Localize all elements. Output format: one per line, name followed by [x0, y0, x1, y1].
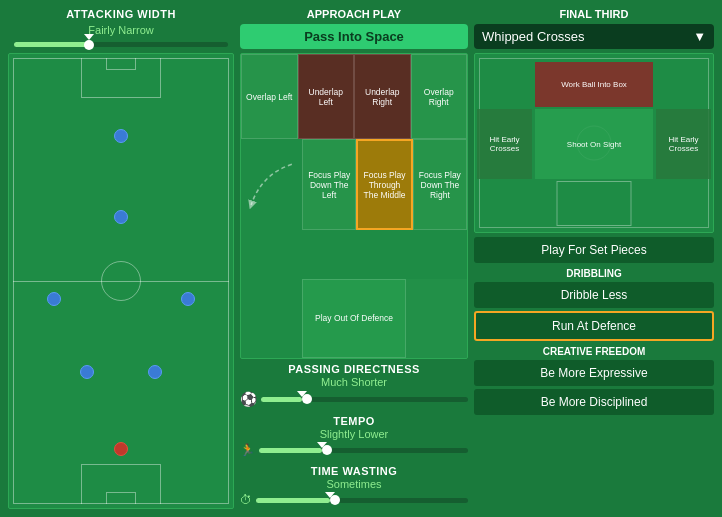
- time-wasting-value: Sometimes: [240, 478, 468, 490]
- time-wasting-slider-marker: [325, 492, 335, 498]
- final-third-pitch: Work Ball Into Box Hit Early Crosses Sho…: [474, 53, 714, 233]
- time-wasting-slider-fill: [256, 498, 330, 503]
- pitch-center-circle: [101, 261, 141, 301]
- right-buttons: Play For Set Pieces DRIBBLING Dribble Le…: [474, 237, 714, 415]
- middle-panel: APPROACH PLAY Pass Into Space Overlap Le…: [240, 8, 468, 509]
- dribbling-label: DRIBBLING: [474, 268, 714, 279]
- passing-slider-marker: [297, 391, 307, 397]
- pitch-goal-top: [106, 58, 136, 70]
- attacking-width-header: ATTACKING WIDTH: [8, 8, 234, 20]
- hit-early-right-cell[interactable]: Hit Early Crosses: [656, 109, 711, 179]
- slider-thumb[interactable]: [84, 40, 94, 50]
- dashed-arrow: [241, 139, 302, 230]
- slider-fill: [14, 42, 89, 47]
- final-third-header: FINAL THIRD: [474, 8, 714, 20]
- time-wasting-slider-track[interactable]: [256, 498, 468, 503]
- hit-early-left-cell[interactable]: Hit Early Crosses: [477, 109, 532, 179]
- be-more-expressive-button[interactable]: Be More Expressive: [474, 360, 714, 386]
- attacking-width-value: Fairly Narrow: [8, 24, 234, 36]
- time-wasting-slider-row: ⏱: [240, 493, 468, 507]
- main-container: ATTACKING WIDTH Fairly Narrow: [0, 0, 722, 517]
- time-wasting-header: TIME WASTING: [240, 465, 468, 477]
- work-ball-cell[interactable]: Work Ball Into Box: [535, 62, 653, 107]
- focus-play-middle-cell[interactable]: Focus Play Through The Middle: [356, 139, 412, 230]
- run-at-defence-button[interactable]: Run At Defence: [474, 311, 714, 341]
- approach-play-header: APPROACH PLAY: [240, 8, 468, 20]
- tempo-slider-track[interactable]: [259, 448, 468, 453]
- passing-slider-fill: [261, 397, 302, 402]
- chevron-down-icon: ▼: [693, 29, 706, 44]
- dropdown-value: Whipped Crosses: [482, 29, 585, 44]
- tempo-slider-fill: [259, 448, 322, 453]
- creative-freedom-label: CREATIVE FREEDOM: [474, 346, 714, 357]
- tempo-slider-marker: [317, 442, 327, 448]
- clock-icon: ⏱: [240, 493, 252, 507]
- player-1: [114, 129, 128, 143]
- pitch-goal-bottom: [106, 492, 136, 504]
- formation-pitch: [8, 53, 234, 509]
- underlap-right-cell[interactable]: Underlap Right: [354, 54, 411, 139]
- tempo-icon: 🏃: [240, 443, 255, 457]
- sliders-section: PASSING DIRECTNESS Much Shorter ⚽ TEMPO …: [240, 363, 468, 509]
- player-6: [148, 365, 162, 379]
- right-panel: FINAL THIRD Whipped Crosses ▼ Work Ball …: [474, 8, 714, 509]
- final-third-dropdown[interactable]: Whipped Crosses ▼: [474, 24, 714, 49]
- player-5: [80, 365, 94, 379]
- play-for-set-pieces-button[interactable]: Play For Set Pieces: [474, 237, 714, 263]
- player-3: [47, 292, 61, 306]
- shoot-on-sight-cell[interactable]: Shoot On Sight: [535, 109, 653, 179]
- passing-directness-header: PASSING DIRECTNESS: [240, 363, 468, 375]
- be-more-disciplined-button[interactable]: Be More Disciplined: [474, 389, 714, 415]
- tempo-group: TEMPO Slightly Lower 🏃: [240, 415, 468, 459]
- tempo-slider-row: 🏃: [240, 443, 468, 457]
- attacking-width-slider[interactable]: [14, 42, 228, 47]
- focus-play-left-cell[interactable]: Focus Play Down The Left: [302, 139, 356, 230]
- player-4: [181, 292, 195, 306]
- pass-into-space-button[interactable]: Pass Into Space: [240, 24, 468, 49]
- ball-icon: ⚽: [240, 391, 257, 407]
- passing-directness-group: PASSING DIRECTNESS Much Shorter ⚽: [240, 363, 468, 409]
- passing-slider-track[interactable]: [261, 397, 468, 402]
- tempo-value: Slightly Lower: [240, 428, 468, 440]
- passing-slider-row: ⚽: [240, 391, 468, 407]
- dribble-less-button[interactable]: Dribble Less: [474, 282, 714, 308]
- focus-play-right-cell[interactable]: Focus Play Down The Right: [413, 139, 467, 230]
- passing-directness-value: Much Shorter: [240, 376, 468, 388]
- player-keeper: [114, 442, 128, 456]
- time-wasting-group: TIME WASTING Sometimes ⏱: [240, 465, 468, 509]
- overlap-left-cell[interactable]: Overlap Left: [241, 54, 298, 139]
- play-out-of-defence-cell[interactable]: Play Out Of Defence: [302, 279, 406, 358]
- overlap-right-cell[interactable]: Overlap Right: [411, 54, 468, 139]
- player-2: [114, 210, 128, 224]
- tactics-pitch: Overlap Left Underlap Left Underlap Righ…: [240, 53, 468, 359]
- left-panel: ATTACKING WIDTH Fairly Narrow: [8, 8, 234, 509]
- underlap-left-cell[interactable]: Underlap Left: [298, 54, 355, 139]
- fp-penalty-box: [557, 181, 632, 226]
- slider-arrow: [84, 34, 94, 40]
- tempo-header: TEMPO: [240, 415, 468, 427]
